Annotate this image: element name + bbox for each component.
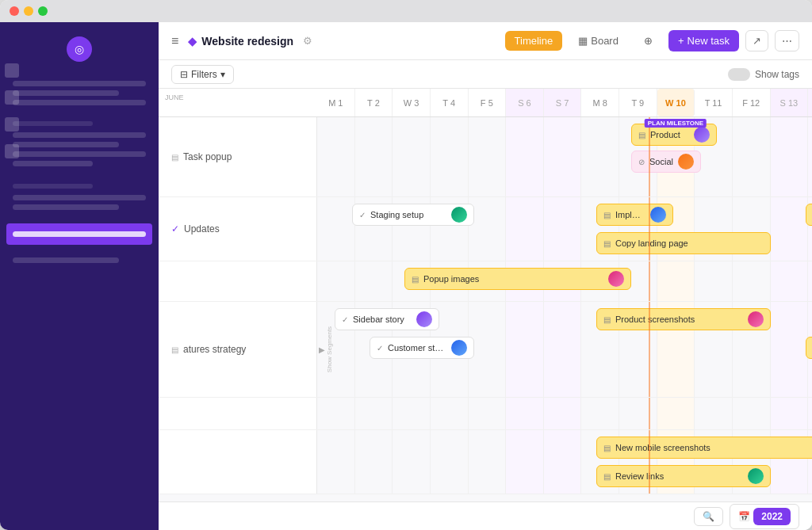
sidebar-active-item[interactable] xyxy=(6,223,152,245)
year-badge: 2022 xyxy=(753,508,791,525)
minimize-button[interactable] xyxy=(24,6,33,16)
task-bar-label: Implement CMS xyxy=(615,210,645,219)
row-label-5 xyxy=(159,430,317,494)
today-line xyxy=(649,398,650,429)
col-header-S13: S 13 xyxy=(771,89,809,116)
task-bar-label: Staging setup xyxy=(370,210,446,219)
timeline-row-4 xyxy=(159,398,812,430)
task-bar-icon: ▤ xyxy=(603,239,611,248)
task-bar-1-3[interactable]: ▤Copy landing page xyxy=(596,232,771,254)
timeline-body: ▤Task popup▤Product⊘Social✓Updates✓Stagi… xyxy=(159,117,812,494)
timeline-container[interactable]: JUNE M 1T 2W 3T 4F 5S 6S 7M 8T 9W 10PLAN… xyxy=(159,89,812,501)
task-bar-5-0[interactable]: ▤New mobile screenshots xyxy=(596,437,812,459)
topbar: ≡ ◆ Website redesign ⚙ Timeline ▦ Board … xyxy=(159,22,812,60)
filter-chevron-icon: ▾ xyxy=(220,69,225,80)
close-button[interactable] xyxy=(10,6,19,16)
col-header-M8: M 8 xyxy=(581,89,619,116)
sidebar-icon-home[interactable] xyxy=(5,63,19,78)
titlebar xyxy=(0,0,812,22)
col-header-W3: W 3 xyxy=(393,89,431,116)
settings-icon[interactable]: ⚙ xyxy=(303,35,312,47)
task-bar-icon: ✓ xyxy=(342,315,348,324)
segments-expand-icon[interactable]: ▶ xyxy=(319,345,325,354)
row-label-3: ▤atures strategy xyxy=(159,302,317,397)
task-bar-avatar xyxy=(748,468,764,484)
row-label-text: Task popup xyxy=(183,151,232,162)
row-label-1: ✓Updates xyxy=(159,197,317,261)
task-bar-icon: ▤ xyxy=(603,211,611,219)
sidebar-icon-help[interactable] xyxy=(5,144,19,158)
col-header-S14: S 14 xyxy=(808,89,812,116)
col-header-T2: T 2 xyxy=(355,89,393,116)
menu-icon[interactable]: ≡ xyxy=(171,34,178,48)
row-label-text: Updates xyxy=(184,223,220,234)
tab-timeline[interactable]: Timeline xyxy=(505,31,563,51)
share-button[interactable]: ↗ xyxy=(745,30,768,51)
search-button[interactable]: 🔍 xyxy=(694,507,723,526)
task-bar-icon: ▤ xyxy=(603,444,611,452)
show-tags-control: Show tags xyxy=(728,68,799,81)
filter-icon: ⊟ xyxy=(180,69,188,80)
row-label-text: atures strategy xyxy=(183,344,246,355)
task-bar-1-1[interactable]: ▤Implement CMS xyxy=(596,204,673,226)
sidebar-icon-team[interactable] xyxy=(5,117,19,132)
sidebar-icon-tasks[interactable] xyxy=(5,90,19,105)
app-window: ◎ xyxy=(0,0,812,530)
bottombar: 🔍 📅 2022 xyxy=(159,501,812,530)
task-bar-avatar xyxy=(748,311,764,327)
app-body: ◎ xyxy=(0,22,812,530)
board-icon: ▦ xyxy=(578,35,588,47)
check-icon: ✓ xyxy=(171,223,179,234)
segments-label[interactable]: Show Segments xyxy=(326,326,333,372)
show-tags-label: Show tags xyxy=(755,69,799,80)
row-content-2: ▤Popup images xyxy=(317,261,812,301)
task-bar-1-2[interactable]: ▤Review social proof xyxy=(806,204,812,226)
options-icon: ⊕ xyxy=(644,35,653,47)
task-bar-1-0[interactable]: ✓Staging setup xyxy=(352,204,474,226)
task-bar-icon: ✓ xyxy=(359,211,366,219)
sidebar: ◎ xyxy=(0,22,159,530)
timeline-row-2: ▤Popup images xyxy=(159,261,812,302)
timeline-row-0: ▤Task popup▤Product⊘Social xyxy=(159,117,812,197)
task-icon: ▤ xyxy=(171,345,178,354)
task-bar-3-1[interactable]: ✓Customer storie xyxy=(370,337,474,359)
task-bar-label: Product screenshots xyxy=(615,315,743,324)
row-label-2 xyxy=(159,261,317,301)
tab-options[interactable]: ⊕ xyxy=(634,31,662,51)
tab-board[interactable]: ▦ Board xyxy=(569,31,628,51)
task-bar-label: Customer storie xyxy=(388,343,446,353)
task-bar-label: Review links xyxy=(615,471,743,481)
task-bar-3-0[interactable]: ✓Sidebar story xyxy=(335,308,439,330)
filter-button[interactable]: ⊟ Filters ▾ xyxy=(171,65,234,84)
today-line xyxy=(649,261,650,301)
new-task-button[interactable]: + New task xyxy=(668,30,739,51)
task-bar-avatar xyxy=(678,154,694,170)
project-name-label: Website redesign xyxy=(201,35,293,48)
col-header-F5: F 5 xyxy=(469,89,507,116)
task-bar-3-2[interactable]: ▤Product screenshots xyxy=(596,308,771,330)
task-bar-5-1[interactable]: ▤Review links xyxy=(596,465,771,487)
task-bar-icon: ▤ xyxy=(603,315,611,324)
topbar-actions: Timeline ▦ Board ⊕ + New task ↗ ⋯ xyxy=(505,30,799,51)
calendar-button[interactable]: 📅 2022 xyxy=(730,504,799,529)
show-tags-toggle[interactable] xyxy=(728,68,750,81)
project-name: ◆ Website redesign xyxy=(188,35,293,48)
task-bar-0-1[interactable]: ⊘Social xyxy=(631,151,701,173)
sidebar-logo[interactable]: ◎ xyxy=(67,36,92,62)
task-bar-icon: ✓ xyxy=(377,344,383,353)
col-header-W10: W 10PLAN MILESTONE xyxy=(657,89,695,116)
more-button[interactable]: ⋯ xyxy=(775,30,799,51)
task-icon: ▤ xyxy=(171,153,178,162)
maximize-button[interactable] xyxy=(38,6,48,16)
col-header-S6: S 6 xyxy=(506,89,544,116)
task-bar-icon: ▤ xyxy=(603,472,611,481)
task-bar-3-3[interactable]: ▤Product video xyxy=(806,337,812,359)
search-icon: 🔍 xyxy=(703,511,714,522)
task-bar-2-0[interactable]: ▤Popup images xyxy=(404,268,631,290)
timeline-label-header: JUNE xyxy=(159,89,317,116)
col-header-M1: M 1 xyxy=(317,89,355,116)
calendar-icon: 📅 xyxy=(738,511,750,522)
task-bar-label: Copy landing page xyxy=(615,238,764,248)
project-dot-icon: ◆ xyxy=(188,35,197,48)
timeline-row-1: ✓Updates✓Staging setup▤Implement CMS▤Rev… xyxy=(159,197,812,261)
